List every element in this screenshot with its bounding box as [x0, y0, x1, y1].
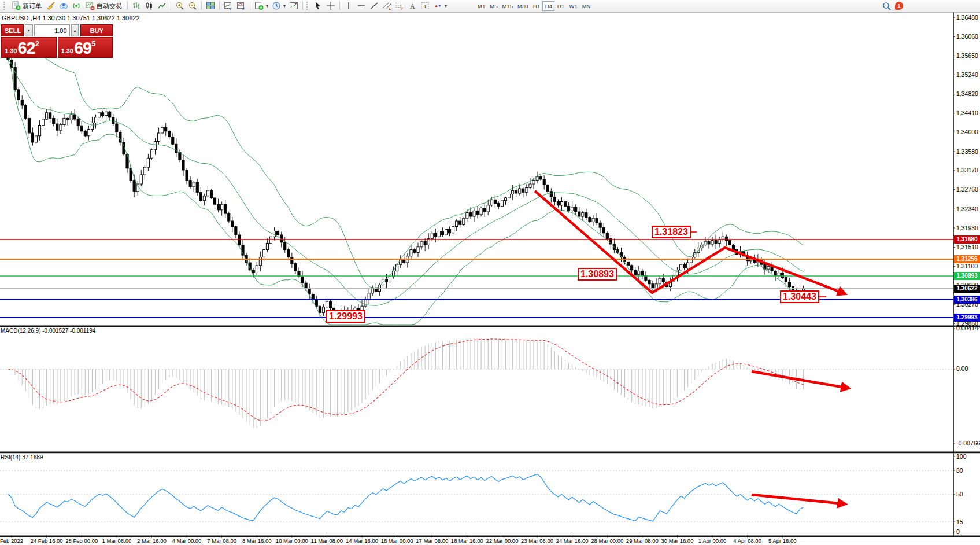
- tf-H4[interactable]: H4: [542, 1, 554, 11]
- tf-H1[interactable]: H1: [530, 1, 542, 11]
- add-indicator-button[interactable]: ▾: [253, 1, 270, 11]
- cleanup-button[interactable]: [45, 1, 57, 11]
- tf-W1[interactable]: W1: [567, 1, 579, 11]
- tf-D1[interactable]: D1: [554, 1, 567, 11]
- autotrade-button[interactable]: 自动交易: [83, 1, 125, 11]
- zoom-in-button[interactable]: [173, 1, 186, 11]
- candlestick-icon: [145, 1, 154, 10]
- toolbar-separator: [339, 2, 340, 10]
- volume-input[interactable]: [34, 24, 70, 36]
- label-tool-button[interactable]: T: [419, 1, 431, 11]
- svg-text:24 Mar 16:00: 24 Mar 16:00: [556, 537, 589, 544]
- chart-shift-icon: [289, 1, 298, 10]
- svg-text:1.34820: 1.34820: [956, 90, 978, 97]
- macd-indicator-label: MACD(12,26,9) -0.001527 -0.001194: [1, 327, 95, 334]
- channel-icon: E: [382, 1, 391, 10]
- buy-button[interactable]: BUY: [80, 24, 113, 36]
- profile-button[interactable]: [57, 1, 70, 11]
- svg-text:1.30270: 1.30270: [956, 301, 978, 308]
- vertical-line-icon: [344, 1, 353, 10]
- one-click-trade-panel: SELL ▼ ▲ BUY 1.30 62 2 1.30 69 5: [1, 24, 113, 58]
- svg-text:E: E: [389, 7, 391, 10]
- svg-text:1.34000: 1.34000: [956, 128, 978, 135]
- svg-text:0: 0: [956, 528, 960, 535]
- svg-text:4 Mar 00:00: 4 Mar 00:00: [172, 537, 202, 544]
- autotrade-icon: [86, 1, 95, 10]
- crosshair-tool-button[interactable]: [324, 1, 337, 11]
- search-icon[interactable]: [882, 2, 891, 10]
- svg-text:T: T: [424, 3, 427, 9]
- toolbar-right-icons: 1: [882, 2, 903, 10]
- data-window-icon: [224, 1, 233, 10]
- signal-icon: [72, 1, 81, 10]
- svg-text:18 Mar 16:00: 18 Mar 16:00: [451, 537, 483, 544]
- bar-chart-mode-button[interactable]: [130, 1, 143, 11]
- svg-text:1.31510: 1.31510: [956, 244, 978, 251]
- svg-text:1.31930: 1.31930: [956, 224, 978, 231]
- svg-text:24 Feb 16:00: 24 Feb 16:00: [31, 537, 63, 544]
- notification-badge[interactable]: 1: [895, 2, 903, 10]
- svg-text:-0.007664: -0.007664: [956, 440, 980, 447]
- toolbar-separator: [219, 2, 220, 10]
- fibonacci-icon: F: [395, 1, 404, 10]
- indicator-window-button[interactable]: [235, 1, 247, 11]
- period-clock-button[interactable]: ▾: [270, 1, 287, 11]
- indicator-window-icon: [236, 1, 246, 10]
- text-tool-button[interactable]: A: [406, 1, 419, 11]
- arrows-tool-button[interactable]: ▾: [431, 1, 449, 11]
- bar-chart-icon: [132, 1, 141, 10]
- timeframe-toolbar: M1M5M15M30H1H4D1W1MN: [475, 1, 593, 11]
- rsi-indicator-label: RSI(14) 37.1689: [1, 454, 43, 461]
- line-chart-mode-button[interactable]: [156, 1, 168, 11]
- buy-price-pip: 5: [91, 39, 95, 48]
- new-order-icon: [12, 1, 21, 10]
- buy-price-tile[interactable]: 1.30 69 5: [58, 37, 113, 58]
- main-toolbar: 新订单 自动交易: [0, 0, 980, 12]
- tf-M1[interactable]: M1: [475, 1, 487, 11]
- tf-M5[interactable]: M5: [487, 1, 500, 11]
- zoom-out-icon: [188, 1, 197, 10]
- horizontal-line-icon: [357, 1, 366, 10]
- sell-button[interactable]: SELL: [1, 24, 24, 36]
- svg-text:50: 50: [956, 491, 963, 498]
- equidistant-channel-tool-button[interactable]: E: [380, 1, 393, 11]
- toolbar-separator: [127, 2, 128, 10]
- signals-button[interactable]: [70, 1, 83, 11]
- svg-text:0.00: 0.00: [956, 365, 968, 372]
- trendline-tool-button[interactable]: [368, 1, 380, 11]
- cursor-tool-button[interactable]: [312, 1, 324, 11]
- fibonacci-tool-button[interactable]: F: [393, 1, 406, 11]
- toolbar-separator: [250, 2, 250, 10]
- svg-text:1.32760: 1.32760: [956, 186, 978, 193]
- hline-tool-button[interactable]: [355, 1, 368, 11]
- svg-text:15: 15: [956, 518, 963, 525]
- svg-text:100: 100: [956, 453, 967, 460]
- svg-text:1 Mar 08:00: 1 Mar 08:00: [102, 537, 132, 544]
- svg-text:17 Mar 08:00: 17 Mar 08:00: [416, 537, 448, 544]
- tf-MN[interactable]: MN: [580, 1, 593, 11]
- zoom-out-button[interactable]: [186, 1, 199, 11]
- svg-text:1.34410: 1.34410: [956, 109, 978, 116]
- vline-tool-button[interactable]: [342, 1, 355, 11]
- volume-decrease-button[interactable]: ▼: [25, 24, 33, 36]
- cursor-icon: [313, 1, 323, 10]
- tile-windows-button[interactable]: [204, 1, 217, 11]
- svg-text:28 Feb 00:00: 28 Feb 00:00: [65, 537, 98, 544]
- price-chart: 1.364801.360601.356501.352401.348201.344…: [0, 0, 980, 545]
- trendline-icon: [369, 1, 379, 10]
- chart-shift-button[interactable]: [287, 1, 300, 11]
- candle-chart-mode-button[interactable]: [143, 1, 156, 11]
- svg-text:8 Mar 16:00: 8 Mar 16:00: [242, 537, 272, 544]
- tf-M30[interactable]: M30: [515, 1, 530, 11]
- zoom-in-icon: [175, 1, 184, 10]
- svg-text:A: A: [410, 2, 415, 10]
- volume-increase-button[interactable]: ▲: [71, 24, 79, 36]
- svg-text:11 Mar 08:00: 11 Mar 08:00: [311, 537, 343, 544]
- tf-M15[interactable]: M15: [500, 1, 515, 11]
- data-window-button[interactable]: [222, 1, 235, 11]
- new-order-button[interactable]: 新订单: [9, 1, 45, 11]
- new-order-label: 新订单: [23, 2, 42, 10]
- line-chart-icon: [157, 1, 167, 10]
- sell-price-tile[interactable]: 1.30 62 2: [1, 37, 57, 58]
- buy-price-big: 69: [74, 40, 91, 56]
